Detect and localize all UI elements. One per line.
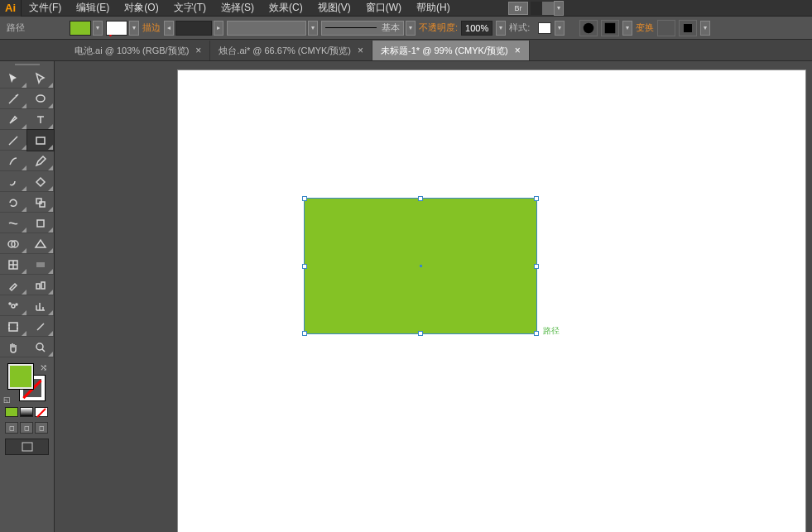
brush-dropdown[interactable]: ▾ — [406, 21, 416, 36]
hand-tool[interactable] — [0, 337, 27, 357]
svg-rect-6 — [40, 202, 45, 207]
stroke-weight-down[interactable]: ◂ — [164, 21, 174, 36]
mesh-tool[interactable] — [0, 254, 27, 275]
selected-rectangle[interactable]: 路径 — [305, 199, 536, 333]
menu-view[interactable]: 视图(V) — [310, 0, 358, 17]
handle-mid-right[interactable] — [534, 264, 539, 269]
recolor-icon[interactable] — [579, 20, 598, 36]
artboard-tool[interactable] — [0, 316, 27, 337]
opacity-value[interactable]: 100% — [461, 21, 492, 36]
doc-tab-2[interactable]: 烛台.ai* @ 66.67% (CMYK/预览)× — [210, 41, 372, 60]
align-dropdown[interactable]: ▾ — [622, 21, 632, 36]
blob-brush-tool[interactable] — [0, 171, 27, 192]
stroke-weight-control[interactable]: ◂ ▸ — [164, 21, 223, 36]
stroke-weight-up[interactable]: ▸ — [214, 21, 223, 36]
menu-type[interactable]: 文字(T) — [166, 0, 214, 17]
menu-edit[interactable]: 编辑(E) — [69, 0, 117, 17]
close-icon[interactable]: × — [358, 45, 363, 56]
pencil-tool[interactable] — [27, 151, 55, 171]
shape-builder-tool[interactable] — [0, 233, 27, 254]
free-transform-tool[interactable] — [27, 213, 55, 233]
eraser-tool[interactable] — [27, 171, 55, 192]
center-point-icon — [420, 265, 422, 267]
menu-object[interactable]: 对象(O) — [117, 0, 166, 17]
paintbrush-tool[interactable] — [0, 151, 27, 171]
draw-behind[interactable]: ◻ — [20, 422, 33, 434]
color-mode-none[interactable] — [35, 407, 48, 417]
handle-bottom-mid[interactable] — [418, 331, 423, 336]
opacity-dropdown[interactable]: ▾ — [496, 21, 506, 36]
workspace-switcher[interactable] — [531, 2, 554, 15]
scale-tool[interactable] — [27, 192, 55, 213]
stroke-weight-value[interactable] — [175, 21, 212, 36]
width-tool[interactable] — [0, 213, 27, 233]
fill-stroke-control[interactable]: ⤭ ◱ — [0, 361, 54, 404]
isolate-icon[interactable] — [657, 20, 675, 36]
menu-window[interactable]: 窗口(W) — [358, 0, 409, 17]
canvas-area[interactable]: 路径 — [55, 61, 812, 532]
slice-tool[interactable] — [27, 316, 55, 337]
transform-label[interactable]: 变换 — [636, 22, 654, 34]
handle-top-mid[interactable] — [418, 196, 423, 201]
extra-dropdown[interactable]: ▾ — [700, 21, 710, 36]
stroke-swatch-dropdown[interactable]: ▾ — [129, 21, 139, 36]
bridge-button[interactable]: Br — [508, 2, 528, 15]
handle-bottom-right[interactable] — [534, 331, 539, 336]
fill-control[interactable]: ▾ — [70, 21, 103, 36]
default-fill-stroke-icon[interactable]: ◱ — [3, 395, 11, 404]
pen-tool[interactable] — [0, 109, 27, 130]
draw-inside[interactable]: ◻ — [35, 422, 48, 434]
style-swatch[interactable] — [538, 22, 551, 34]
selection-tool[interactable] — [0, 68, 27, 89]
blend-tool[interactable] — [27, 275, 55, 295]
color-mode-solid[interactable] — [5, 407, 18, 417]
symbol-sprayer-tool[interactable] — [0, 295, 27, 316]
brush-definition[interactable]: 基本 — [321, 21, 404, 36]
zoom-tool[interactable] — [27, 337, 55, 357]
graph-tool[interactable] — [27, 295, 55, 316]
perspective-tool[interactable] — [27, 233, 55, 254]
style-dropdown[interactable]: ▾ — [555, 21, 565, 36]
rectangle-tool[interactable] — [27, 130, 55, 151]
menu-help[interactable]: 帮助(H) — [409, 0, 458, 17]
stroke-swatch-control[interactable]: ▾ — [106, 21, 139, 36]
artboard[interactable]: 路径 — [177, 69, 806, 532]
handle-mid-left[interactable] — [302, 264, 307, 269]
svg-rect-11 — [36, 262, 45, 267]
color-mode-gradient[interactable] — [20, 407, 33, 417]
brush-control[interactable]: 基本 ▾ — [321, 21, 416, 36]
stroke-label[interactable]: 描边 — [142, 22, 161, 34]
doc-tab-1[interactable]: 电池.ai @ 103% (RGB/预览)× — [66, 41, 210, 60]
align-icon[interactable] — [601, 20, 619, 36]
fill-swatch[interactable] — [70, 21, 91, 36]
handle-bottom-left[interactable] — [302, 331, 307, 336]
handle-top-right[interactable] — [534, 196, 539, 201]
stroke-swatch[interactable] — [106, 21, 127, 36]
eyedropper-tool[interactable] — [0, 275, 27, 295]
menu-effect[interactable]: 效果(C) — [262, 0, 310, 17]
handle-top-left[interactable] — [302, 196, 307, 201]
draw-normal[interactable]: ◻ — [5, 422, 18, 434]
close-icon[interactable]: × — [195, 45, 201, 56]
fill-color[interactable] — [8, 364, 33, 389]
stroke-profile-dropdown[interactable]: ▾ — [308, 21, 318, 36]
line-tool[interactable] — [0, 130, 27, 151]
direct-selection-tool[interactable] — [27, 68, 55, 89]
extra-icon[interactable] — [679, 20, 697, 36]
rotate-tool[interactable] — [0, 192, 27, 213]
swap-fill-stroke-icon[interactable]: ⤭ — [40, 362, 47, 373]
stroke-profile[interactable] — [227, 21, 306, 36]
menu-file[interactable]: 文件(F) — [22, 0, 69, 17]
opacity-label[interactable]: 不透明度: — [419, 22, 458, 34]
stroke-profile-control[interactable]: ▾ — [227, 21, 318, 36]
magic-wand-tool[interactable] — [0, 89, 27, 109]
fill-dropdown[interactable]: ▾ — [93, 21, 103, 36]
close-icon[interactable]: × — [515, 45, 521, 56]
type-tool[interactable] — [27, 109, 55, 130]
gradient-tool[interactable] — [27, 254, 55, 275]
screen-mode-button[interactable] — [5, 439, 49, 455]
lasso-tool[interactable] — [27, 89, 55, 109]
workspace-dropdown[interactable]: ▾ — [554, 1, 564, 16]
doc-tab-3[interactable]: 未标题-1* @ 99% (CMYK/预览)× — [372, 41, 530, 60]
menu-select[interactable]: 选择(S) — [214, 0, 262, 17]
